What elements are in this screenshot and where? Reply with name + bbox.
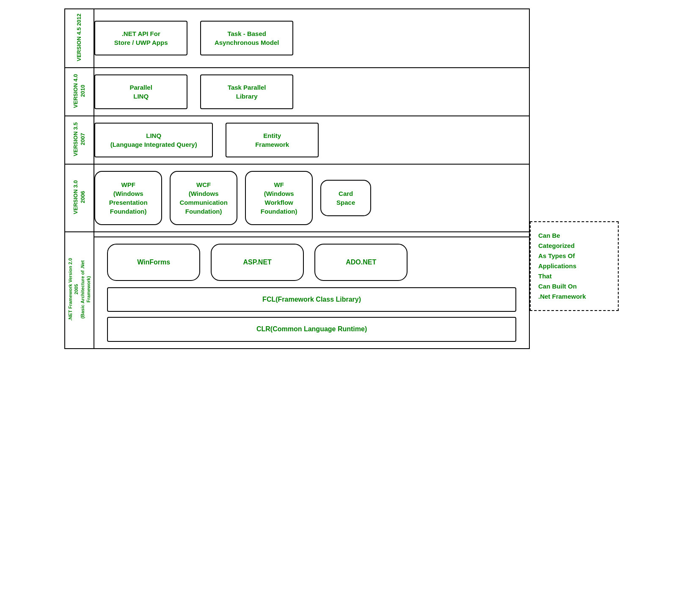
content-cell-v30: WPF (Windows Presentation Foundation) WC… — [94, 164, 529, 232]
box-fcl: FCL(Framework Class Library) — [107, 287, 516, 312]
boxes-v35: LINQ (Language Integrated Query) Entity … — [94, 116, 529, 164]
bottom-combined-cell: WinForms ASP.NET ADO.NET FCL(Framework C… — [94, 232, 529, 349]
row-v35: VERSION 3.5 2007 LINQ (Language Integrat… — [65, 116, 529, 164]
arrow-area: Can Be Categorized As Types Of Applicati… — [530, 128, 619, 349]
row-v20: .NET Framework Version 2.0 2005 (Basic A… — [65, 232, 529, 349]
content-cell-v45: .NET API For Store / UWP Apps Task - Bas… — [94, 9, 529, 68]
box-parallel-linq: Parallel LINQ — [94, 74, 187, 109]
boxes-v40: Parallel LINQ Task Parallel Library — [94, 68, 529, 116]
version-cell-v40: VERSION 4.0 2010 — [65, 68, 94, 116]
box-wpf: WPF (Windows Presentation Foundation) — [94, 171, 162, 225]
version-cell-v45: VERSION 4.5 2012 — [65, 9, 94, 68]
version-label-v40: VERSION 4.0 2010 — [70, 70, 89, 112]
box-aspnet: ASP.NET — [211, 244, 304, 281]
box-clr: CLR(Common Language Runtime) — [107, 317, 516, 341]
box-adonet: ADO.NET — [314, 244, 408, 281]
dashed-annotation-box: Can Be Categorized As Types Of Applicati… — [530, 221, 619, 311]
box-wcf: WCF (Windows Communication Foundation) — [170, 171, 237, 225]
version-label-v20: .NET Framework Version 2.0 2005 (Basic A… — [65, 254, 94, 325]
box-entity-framework: Entity Framework — [226, 123, 319, 157]
boxes-v45: .NET API For Store / UWP Apps Task - Bas… — [94, 14, 529, 62]
row-v45: VERSION 4.5 2012 .NET API For Store / UW… — [65, 9, 529, 68]
arrows-spacer — [530, 128, 551, 221]
content-cell-v40: Parallel LINQ Task Parallel Library — [94, 68, 529, 116]
diagram-wrapper: VERSION 4.5 2012 .NET API For Store / UW… — [64, 8, 619, 349]
version-label-v35: VERSION 3.5 2007 — [70, 118, 89, 160]
box-task-parallel: Task Parallel Library — [200, 74, 293, 109]
row-v40: VERSION 4.0 2010 Parallel LINQ Task Para… — [65, 68, 529, 116]
clr-row: CLR(Common Language Runtime) — [94, 317, 529, 348]
content-cell-v35: LINQ (Language Integrated Query) Entity … — [94, 116, 529, 164]
version-label-v45: VERSION 4.5 2012 — [74, 9, 85, 66]
version-cell-v30: VERSION 3.0 2006 — [65, 164, 94, 232]
version-cell-v35: VERSION 3.5 2007 — [65, 116, 94, 164]
fcl-row: FCL(Framework Class Library) — [94, 287, 529, 317]
apps-row: WinForms ASP.NET ADO.NET — [94, 237, 529, 287]
box-net-api: .NET API For Store / UWP Apps — [94, 21, 187, 55]
box-wf: WF (Windows Workflow Foundation) — [245, 171, 313, 225]
box-linq: LINQ (Language Integrated Query) — [94, 123, 213, 157]
boxes-v30: WPF (Windows Presentation Foundation) WC… — [94, 165, 529, 231]
box-task-based: Task - Based Asynchronous Model — [200, 21, 293, 55]
main-table: VERSION 4.5 2012 .NET API For Store / UW… — [64, 8, 530, 349]
box-winforms: WinForms — [107, 244, 200, 281]
version-label-v30: VERSION 3.0 2006 — [70, 176, 89, 218]
version-cell-v20: .NET Framework Version 2.0 2005 (Basic A… — [65, 232, 94, 349]
row-v30: VERSION 3.0 2006 WPF (Windows Presentati… — [65, 164, 529, 232]
box-card-space: Card Space — [320, 180, 371, 216]
